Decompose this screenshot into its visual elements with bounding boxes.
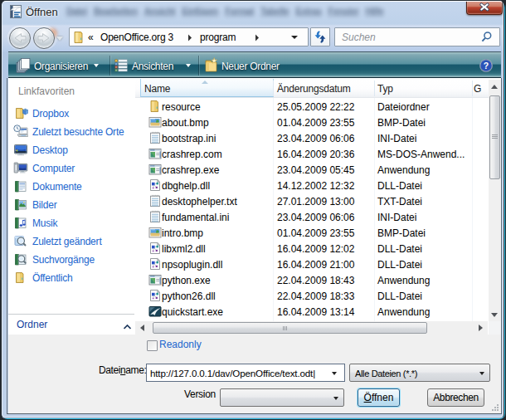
svg-text:?: ? — [484, 61, 489, 71]
